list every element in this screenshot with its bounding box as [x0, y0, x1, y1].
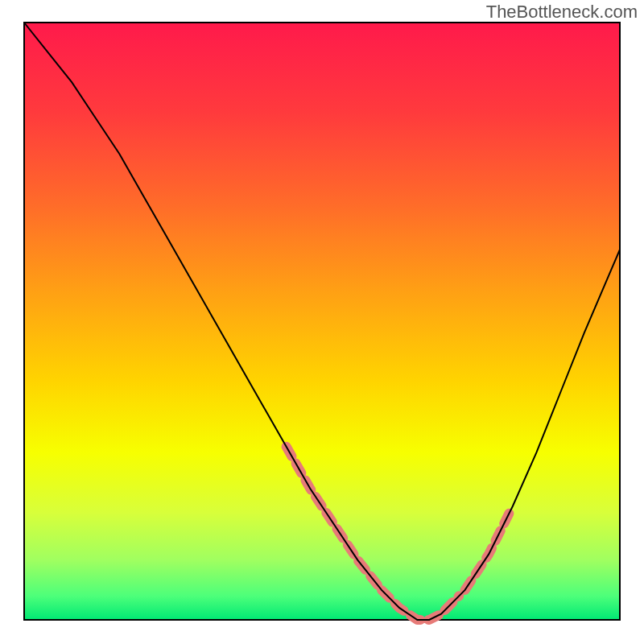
chart-background — [24, 23, 620, 620]
bottleneck-chart — [0, 0, 644, 644]
watermark-text: TheBottleneck.com — [486, 2, 638, 23]
